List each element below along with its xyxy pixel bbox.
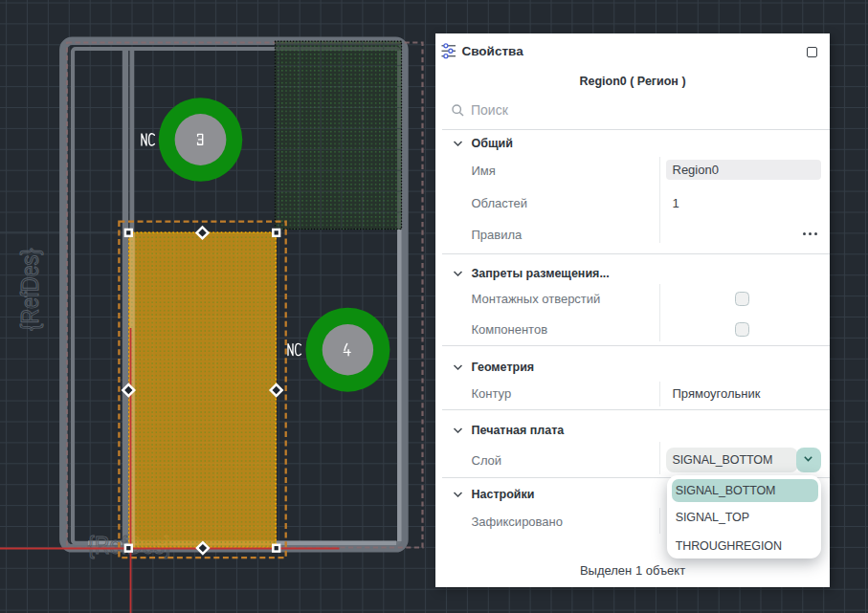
svg-text:{RefDes}: {RefDes} bbox=[15, 248, 44, 330]
